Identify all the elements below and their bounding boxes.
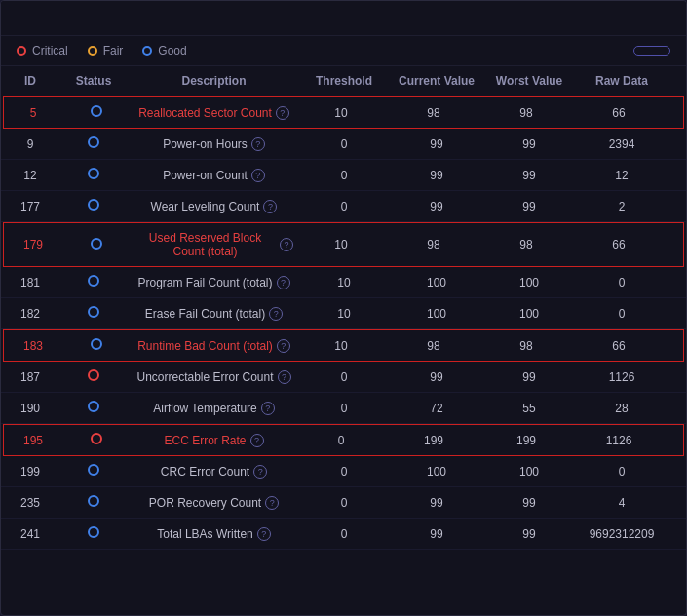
cell-raw: 66 xyxy=(570,104,668,122)
cell-worst: 99 xyxy=(485,525,573,543)
legend-label-fair: Fair xyxy=(103,44,124,58)
cell-threshold: 0 xyxy=(300,368,388,386)
status-dot xyxy=(88,526,99,538)
cell-desc: Wear Leveling Count ? xyxy=(128,198,300,215)
status-dot xyxy=(88,369,99,381)
cell-id: 187 xyxy=(1,368,59,386)
cell-raw: 66 xyxy=(570,236,668,253)
cell-desc: ECC Error Rate ? xyxy=(131,432,297,449)
status-dot xyxy=(88,306,99,318)
col-header-current: Current Value xyxy=(388,72,485,90)
table-row: 179 Used Reserved Block Count (total) ? … xyxy=(3,222,684,267)
col-header-id: ID xyxy=(1,72,59,90)
cell-current: 100 xyxy=(388,274,485,291)
table-row: 181 Program Fail Count (total) ? 10 100 … xyxy=(1,267,686,298)
cell-raw: 0 xyxy=(573,305,670,323)
cell-worst: 99 xyxy=(485,368,573,386)
help-icon[interactable]: ? xyxy=(280,238,293,251)
col-header-worst: Worst Value xyxy=(485,72,573,90)
cell-current: 99 xyxy=(388,525,485,543)
cell-raw: 1126 xyxy=(573,368,670,386)
close-button[interactable] xyxy=(655,9,674,28)
help-icon[interactable]: ? xyxy=(251,169,265,182)
table-row: 9 Power-on Hours ? 0 99 99 2394 xyxy=(1,129,686,160)
help-icon[interactable]: ? xyxy=(253,465,267,479)
help-icon[interactable]: ? xyxy=(257,527,271,541)
smart-window: Critical Fair Good ID Status Description… xyxy=(0,0,687,616)
cell-worst: 100 xyxy=(485,274,573,291)
cell-status xyxy=(59,166,128,184)
help-icon[interactable]: ? xyxy=(277,276,290,289)
cell-worst: 199 xyxy=(482,432,570,449)
cell-worst: 99 xyxy=(485,198,573,215)
status-dot xyxy=(88,464,99,476)
cell-desc: Power-on Count ? xyxy=(128,167,300,184)
cell-desc: CRC Error Count ? xyxy=(128,463,300,481)
cell-worst: 99 xyxy=(485,167,573,184)
cell-id: 199 xyxy=(1,463,59,481)
status-dot xyxy=(88,401,99,412)
cell-raw: 9692312209 xyxy=(573,525,670,543)
cell-status xyxy=(59,399,128,417)
toolbar: Critical Fair Good xyxy=(1,36,686,66)
legend-label-good: Good xyxy=(158,44,186,58)
cell-worst: 100 xyxy=(485,463,573,481)
help-icon[interactable]: ? xyxy=(277,339,290,353)
cell-raw: 28 xyxy=(573,400,670,417)
status-dot xyxy=(88,275,99,287)
table-row: 241 Total LBAs Written ? 0 99 99 9692312… xyxy=(1,519,686,550)
cell-worst: 99 xyxy=(485,135,573,153)
legend-item-good: Good xyxy=(142,44,186,58)
table-row: 182 Erase Fail Count (total) ? 10 100 10… xyxy=(1,298,686,329)
help-icon[interactable]: ? xyxy=(276,106,289,120)
cell-threshold: 0 xyxy=(300,525,388,543)
cell-threshold: 0 xyxy=(300,198,388,215)
cell-id: 190 xyxy=(1,400,59,417)
table-body[interactable]: 5 Reallocated Sector Count ? 10 98 98 66… xyxy=(1,96,686,615)
cell-desc: Power-on Hours ? xyxy=(128,135,300,153)
cell-status xyxy=(59,197,128,215)
cell-status xyxy=(59,304,128,323)
cell-worst: 100 xyxy=(485,305,573,323)
status-dot xyxy=(88,495,99,507)
help-icon[interactable]: ? xyxy=(251,137,265,151)
cell-raw: 66 xyxy=(570,337,668,355)
cell-threshold: 0 xyxy=(300,400,388,417)
cell-current: 100 xyxy=(388,463,485,481)
cell-id: 195 xyxy=(4,432,62,449)
legend-item-critical: Critical xyxy=(17,44,68,58)
help-icon[interactable]: ? xyxy=(265,496,279,510)
cell-status xyxy=(59,135,128,153)
table-row: 195 ECC Error Rate ? 0 199 199 1126 xyxy=(3,424,684,456)
cell-desc: Program Fail Count (total) ? xyxy=(128,274,300,291)
titlebar xyxy=(1,1,686,36)
cell-raw: 4 xyxy=(573,494,670,512)
cell-worst: 99 xyxy=(485,494,573,512)
cell-id: 5 xyxy=(4,104,62,122)
cell-desc: Airflow Temperature ? xyxy=(128,400,300,417)
help-icon[interactable]: ? xyxy=(269,307,283,321)
cell-id: 235 xyxy=(1,494,59,512)
cell-current: 99 xyxy=(388,135,485,153)
cell-threshold: 10 xyxy=(297,236,385,253)
help-icon[interactable]: ? xyxy=(263,200,277,213)
cell-raw: 2394 xyxy=(573,135,670,153)
table-row: 5 Reallocated Sector Count ? 10 98 98 66 xyxy=(3,96,684,129)
table-row: 177 Wear Leveling Count ? 0 99 99 2 xyxy=(1,191,686,222)
legend-label-critical: Critical xyxy=(32,44,68,58)
table-row: 183 Runtime Bad Count (total) ? 10 98 98… xyxy=(3,329,684,362)
table-row: 190 Airflow Temperature ? 0 72 55 28 xyxy=(1,393,686,424)
export-button[interactable] xyxy=(633,46,670,56)
help-icon[interactable]: ? xyxy=(261,402,275,415)
cell-desc: Erase Fail Count (total) ? xyxy=(128,305,300,323)
status-dot xyxy=(91,433,102,444)
table-header: ID Status Description Threshold Current … xyxy=(1,66,686,96)
status-dot xyxy=(91,105,102,117)
help-icon[interactable]: ? xyxy=(250,434,264,447)
cell-id: 182 xyxy=(1,305,59,323)
cell-threshold: 0 xyxy=(300,167,388,184)
cell-current: 99 xyxy=(388,494,485,512)
cell-threshold: 0 xyxy=(300,494,388,512)
cell-threshold: 0 xyxy=(297,432,385,449)
help-icon[interactable]: ? xyxy=(278,370,291,384)
